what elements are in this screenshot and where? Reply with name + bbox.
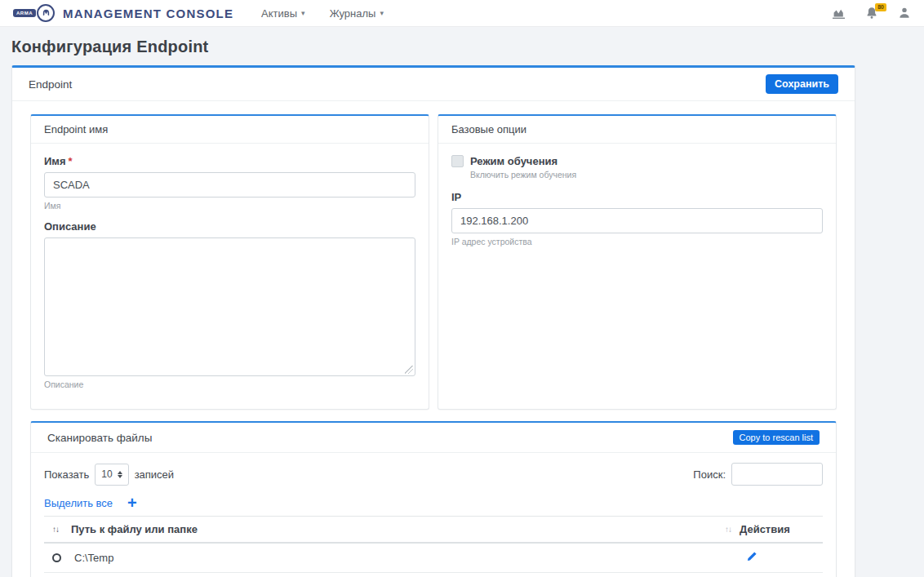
nav-item-assets[interactable]: Активы ▾: [261, 7, 305, 20]
learning-mode-checkbox[interactable]: [451, 155, 464, 167]
learning-mode-label: Режим обучения: [470, 155, 558, 167]
endpoint-name-panel-body: Имя* Имя Описание Описание: [31, 144, 429, 409]
basic-options-panel: Базовые опции Режим обучения Включить ре…: [438, 114, 837, 410]
scan-files-header: Сканировать файлы Copy to rescan list: [31, 423, 836, 453]
endpoint-name-panel-title: Endpoint имя: [44, 123, 108, 135]
search-control: Поиск:: [693, 463, 823, 486]
search-input[interactable]: [731, 463, 823, 486]
basic-options-panel-body: Режим обучения Включить режим обучения I…: [438, 144, 836, 266]
learning-mode-row: Режим обучения: [451, 155, 823, 167]
page-size-control: Показать 10 записей: [44, 464, 174, 486]
copy-to-rescan-button[interactable]: Copy to rescan list: [733, 430, 820, 445]
column-header-actions[interactable]: ↑↓ Действия: [725, 523, 815, 535]
learning-mode-help-text: Включить режим обучения: [470, 170, 823, 180]
arma-logo-badge: ARMA: [13, 9, 36, 17]
name-label: Имя*: [44, 155, 415, 167]
endpoint-name-panel-header: Endpoint имя: [31, 116, 429, 144]
paths-table: ↑↓ Путь к файлу или папке ↑↓ Действия: [44, 516, 823, 573]
bulk-actions-row: Выделить все +: [44, 495, 823, 511]
topbar-actions: 80: [832, 7, 911, 20]
nav-assets-label: Активы: [261, 7, 297, 20]
nav-logs-label: Журналы: [330, 7, 376, 20]
table-header-row: ↑↓ Путь к файлу или папке ↑↓ Действия: [44, 517, 823, 544]
scan-files-card: Сканировать файлы Copy to rescan list По…: [30, 421, 837, 577]
save-button[interactable]: Сохранить: [766, 74, 838, 94]
description-textarea[interactable]: [44, 237, 415, 376]
records-label: записей: [135, 468, 174, 481]
app-root: ARMA MANAGEMENT CONSOLE Активы ▾ Журналы…: [0, 0, 924, 577]
ip-help-text: IP адрес устройства: [451, 237, 823, 246]
page-size-value: 10: [101, 468, 112, 480]
row-select-circle-icon[interactable]: [52, 553, 61, 562]
resize-grip-icon[interactable]: [405, 366, 413, 374]
brand-title: MANAGEMENT CONSOLE: [63, 7, 233, 20]
top-navbar: ARMA MANAGEMENT CONSOLE Активы ▾ Журналы…: [0, 0, 924, 27]
select-all-link[interactable]: Выделить все: [44, 497, 113, 509]
edit-pencil-icon[interactable]: [746, 551, 757, 562]
table-row[interactable]: C:\Temp: [44, 544, 823, 573]
add-path-button[interactable]: +: [127, 495, 137, 511]
sort-icon[interactable]: ↑↓: [725, 525, 731, 534]
page-title: Конфигурация Endpoint: [11, 38, 913, 56]
chevron-down-icon: ▾: [301, 9, 305, 17]
sort-icon[interactable]: ↑↓: [52, 525, 59, 534]
actions-cell: [725, 551, 815, 565]
actions-column-label: Действия: [740, 523, 790, 535]
endpoint-card-body: Endpoint имя Имя* Имя Описание: [12, 101, 855, 577]
description-textarea-wrap: [44, 237, 415, 376]
notifications-bell-icon[interactable]: 80: [865, 7, 878, 20]
dashboard-chart-icon[interactable]: [832, 7, 846, 20]
name-input[interactable]: [44, 172, 415, 198]
user-profile-icon[interactable]: [898, 7, 911, 20]
endpoint-name-panel: Endpoint имя Имя* Имя Описание: [30, 114, 429, 410]
endpoint-card: Endpoint Сохранить Endpoint имя Имя*: [11, 65, 855, 577]
panels-row: Endpoint имя Имя* Имя Описание: [30, 114, 837, 410]
page-content: Конфигурация Endpoint Endpoint Сохранить…: [0, 38, 924, 577]
scan-files-title: Сканировать файлы: [47, 432, 152, 444]
table-controls-row: Показать 10 записей Поиск:: [44, 463, 823, 486]
description-label: Описание: [44, 220, 415, 233]
brand-logo[interactable]: ARMA MANAGEMENT CONSOLE: [13, 4, 233, 22]
path-column-label: Путь к файлу или папке: [71, 523, 198, 535]
endpoint-card-title: Endpoint: [29, 78, 72, 91]
page-size-select[interactable]: 10: [95, 464, 128, 486]
description-help-text: Описание: [44, 379, 415, 389]
ip-field-block: IP IP адрес устройства: [451, 191, 823, 246]
ip-label: IP: [451, 191, 823, 203]
search-label: Поиск:: [693, 468, 726, 481]
required-asterisk: *: [69, 155, 73, 167]
select-spinner-icon: [118, 471, 122, 478]
scan-files-body: Показать 10 записей Поиск:: [31, 453, 836, 577]
show-label: Показать: [44, 468, 89, 481]
endpoint-card-header: Endpoint Сохранить: [12, 68, 855, 101]
column-header-path[interactable]: ↑↓ Путь к файлу или папке: [52, 523, 725, 535]
path-cell: C:\Temp: [74, 552, 725, 564]
nav-item-logs[interactable]: Журналы ▾: [330, 7, 384, 20]
arma-helmet-icon: [37, 4, 55, 22]
basic-options-panel-title: Базовые опции: [451, 123, 526, 135]
main-nav: Активы ▾ Журналы ▾: [261, 7, 384, 20]
notification-badge: 80: [875, 3, 886, 11]
basic-options-panel-header: Базовые опции: [438, 116, 836, 144]
ip-input[interactable]: [451, 208, 823, 233]
chevron-down-icon: ▾: [380, 9, 384, 17]
name-help-text: Имя: [44, 201, 415, 211]
